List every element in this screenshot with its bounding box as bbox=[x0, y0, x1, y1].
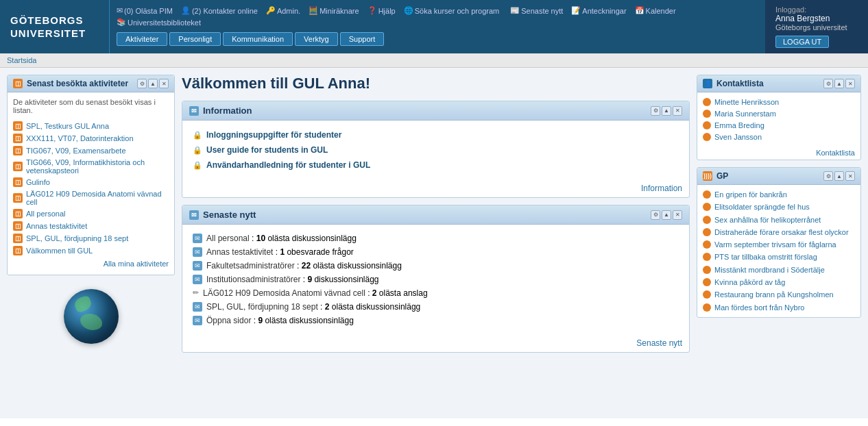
list-item: Kvinna påkörd av tåg bbox=[703, 276, 855, 288]
activity-link[interactable]: TIG066, V09, Informatikhistoria och vete… bbox=[26, 158, 169, 175]
online-indicator-1 bbox=[703, 110, 711, 118]
news-link[interactable]: 📰 Senaste nytt bbox=[510, 6, 563, 15]
activity-link[interactable]: TIG067, V09, Examensarbete bbox=[26, 147, 126, 155]
all-activities-link[interactable]: Alla mina aktiviteter bbox=[13, 257, 169, 269]
info-link-2: 🔒 User guide for students in GUL bbox=[193, 142, 679, 158]
list-item: ◫XXX111, VT07, Datorinteraktion bbox=[13, 132, 169, 145]
news-link-0[interactable]: All personal bbox=[206, 234, 250, 243]
nav-verktyg[interactable]: Verktyg bbox=[295, 32, 338, 46]
info-link-2-text[interactable]: User guide for students in GUL bbox=[206, 145, 328, 155]
news-label-5: SPL, GUL, fördjupning 18 sept : 2 olästa… bbox=[206, 302, 420, 312]
gp-close-btn[interactable]: ✕ bbox=[845, 171, 855, 181]
gp-settings-btn[interactable]: ⚙ bbox=[823, 171, 833, 181]
information-footer-link[interactable]: Information bbox=[641, 184, 682, 193]
news-link-6[interactable]: Öppna sidor bbox=[206, 316, 251, 325]
activity-link[interactable]: SPL, Testkurs GUL Anna bbox=[26, 122, 109, 130]
nav-aktiviteter[interactable]: Aktiviteter bbox=[117, 32, 167, 46]
user-name: Anna Bergsten bbox=[775, 14, 858, 23]
contact-collapse-btn[interactable]: ▲ bbox=[834, 79, 844, 88]
gp-link-7[interactable]: Kvinna påkörd av tåg bbox=[714, 277, 785, 287]
admin-link[interactable]: 🔑 Admin. bbox=[266, 6, 300, 15]
gp-link-1[interactable]: Elitsoldater sprängde fel hus bbox=[714, 202, 810, 212]
gp-link-8[interactable]: Restaurang brann på Kungsholmen bbox=[714, 290, 834, 299]
activity-link[interactable]: Välkommen till GUL bbox=[26, 247, 93, 255]
info-link-3-text[interactable]: Användarhandledning för studenter i GUL bbox=[206, 160, 370, 170]
nav-support[interactable]: Support bbox=[340, 32, 385, 46]
news-collapse-btn[interactable]: ▲ bbox=[662, 210, 671, 220]
contact-link-2[interactable]: Emma Breding bbox=[714, 121, 764, 129]
list-item: Misstänkt mordbrand i Södertälje bbox=[703, 264, 855, 276]
nav-personligt[interactable]: Personligt bbox=[169, 32, 221, 46]
activity-link[interactable]: All personal bbox=[26, 210, 65, 218]
activity-link[interactable]: Annas testaktivitet bbox=[26, 222, 87, 230]
news-widget-controls: ⚙ ▲ ✕ bbox=[651, 210, 682, 220]
list-item: Emma Breding bbox=[703, 119, 855, 131]
news-label-3: Institutionsadministratörer : 9 diskussi… bbox=[206, 275, 379, 284]
list-item: ◫SPL, Testkurs GUL Anna bbox=[13, 120, 169, 132]
logout-button[interactable]: LOGGA UT bbox=[775, 36, 829, 48]
activity-link[interactable]: Gulinfo bbox=[26, 178, 50, 186]
gp-link-6[interactable]: Misstänkt mordbrand i Södertälje bbox=[714, 265, 825, 275]
settings-btn[interactable]: ⚙ bbox=[137, 79, 147, 88]
info-close-btn[interactable]: ✕ bbox=[673, 106, 682, 116]
info-link-1-text[interactable]: Inloggningsuppgifter för studenter bbox=[206, 130, 341, 140]
news-link-3[interactable]: Institutionsadministratörer bbox=[206, 275, 300, 284]
breadcrumb-link[interactable]: Startsida bbox=[7, 56, 36, 64]
news-count-5: 2 bbox=[325, 302, 330, 312]
gp-link-3[interactable]: Distraheräde förare orsakar flest olycko… bbox=[714, 227, 849, 237]
gp-link-4[interactable]: Varm september trivsam för fåglarna bbox=[714, 240, 836, 249]
activity-icon: ◫ bbox=[13, 162, 23, 171]
contact-list-link[interactable]: Kontaktlista bbox=[697, 146, 860, 160]
recent-activities-body: De aktiviteter som du senast besökt visa… bbox=[8, 92, 174, 275]
notes-link[interactable]: 📝 Anteckningar bbox=[571, 6, 626, 15]
pim-link[interactable]: ✉ (0) Olästa PIM bbox=[117, 6, 173, 15]
search-courses-link[interactable]: 🌐 Söka kurser och program bbox=[404, 6, 500, 15]
close-btn[interactable]: ✕ bbox=[159, 79, 169, 88]
collapse-btn[interactable]: ▲ bbox=[148, 79, 158, 88]
help-link[interactable]: ❓ Hjälp bbox=[367, 6, 396, 15]
calendar-link[interactable]: 📅 Kalender bbox=[635, 6, 676, 15]
activity-icon: ◫ bbox=[13, 221, 23, 231]
news-settings-btn[interactable]: ⚙ bbox=[651, 210, 660, 220]
news-item-icon-6: ✉ bbox=[193, 316, 202, 325]
news-link-4[interactable]: LÄG012 H09 Demosida Anatomi vävnad cell bbox=[203, 288, 365, 298]
contact-list-title: Kontaktlista bbox=[716, 79, 764, 88]
news-close-btn[interactable]: ✕ bbox=[673, 210, 682, 220]
gp-collapse-btn[interactable]: ▲ bbox=[834, 171, 844, 181]
calculator-link[interactable]: 🧮 Miniräknare bbox=[309, 6, 359, 15]
contacts-link[interactable]: 👤 (2) Kontakter online bbox=[181, 6, 258, 15]
activity-icon: ◫ bbox=[13, 193, 23, 203]
news-link-5[interactable]: SPL, GUL, fördjupning 18 sept bbox=[206, 302, 318, 312]
activity-link[interactable]: SPL, GUL, fördjupning 18 sept bbox=[26, 234, 128, 242]
contact-settings-btn[interactable]: ⚙ bbox=[823, 79, 833, 88]
contact-link-3[interactable]: Sven Jansson bbox=[714, 133, 762, 141]
contact-list: Minette Henriksson Maria Sunnerstam Emma… bbox=[697, 92, 860, 146]
gp-link-2[interactable]: Sex anhållna för helikopterrånet bbox=[714, 215, 821, 225]
senaste-nytt-footer: Senaste nytt bbox=[182, 334, 689, 352]
information-body: 🔒 Inloggningsuppgifter för studenter 🔒 U… bbox=[182, 121, 689, 179]
gp-link-9[interactable]: Man fördes bort från Nybro bbox=[714, 303, 804, 312]
senaste-nytt-footer-link[interactable]: Senaste nytt bbox=[636, 338, 682, 348]
library-link[interactable]: 📚 Universitetsbiblioteket bbox=[117, 18, 201, 27]
list-item: ◫Välkommen till GUL bbox=[13, 245, 169, 257]
news-item-6: ✉ Öppna sidor : 9 olästa diskussionsinlä… bbox=[193, 314, 679, 327]
gp-dot-4 bbox=[703, 240, 711, 249]
online-indicator-3 bbox=[703, 133, 711, 141]
gp-link-0[interactable]: En gripen för bankrån bbox=[714, 190, 787, 199]
activity-link[interactable]: LÄG012 H09 Demosida Anatomi vävnad cell bbox=[26, 190, 169, 206]
info-settings-btn[interactable]: ⚙ bbox=[651, 106, 660, 116]
gp-dot-6 bbox=[703, 266, 711, 274]
news-link-2[interactable]: Fakultetsadministratörer bbox=[206, 261, 295, 271]
contact-close-btn[interactable]: ✕ bbox=[845, 79, 855, 88]
news-item-1: ✉ Annas testaktivitet : 1 obesvarade frå… bbox=[193, 245, 679, 259]
info-collapse-btn[interactable]: ▲ bbox=[662, 106, 671, 116]
activity-link[interactable]: XXX111, VT07, Datorinteraktion bbox=[26, 134, 134, 142]
gp-link-5[interactable]: PTS tar tillbaka omstritt förslag bbox=[714, 252, 817, 262]
contact-link-1[interactable]: Maria Sunnerstam bbox=[714, 110, 776, 118]
gp-dot-3 bbox=[703, 228, 711, 236]
gp-dot-5 bbox=[703, 253, 711, 261]
nav-kommunikation[interactable]: Kommunikation bbox=[223, 32, 293, 46]
activity-icon: ◫ bbox=[13, 146, 23, 155]
contact-link-0[interactable]: Minette Henriksson bbox=[714, 98, 779, 106]
news-link-1[interactable]: Annas testaktivitet bbox=[206, 247, 273, 257]
